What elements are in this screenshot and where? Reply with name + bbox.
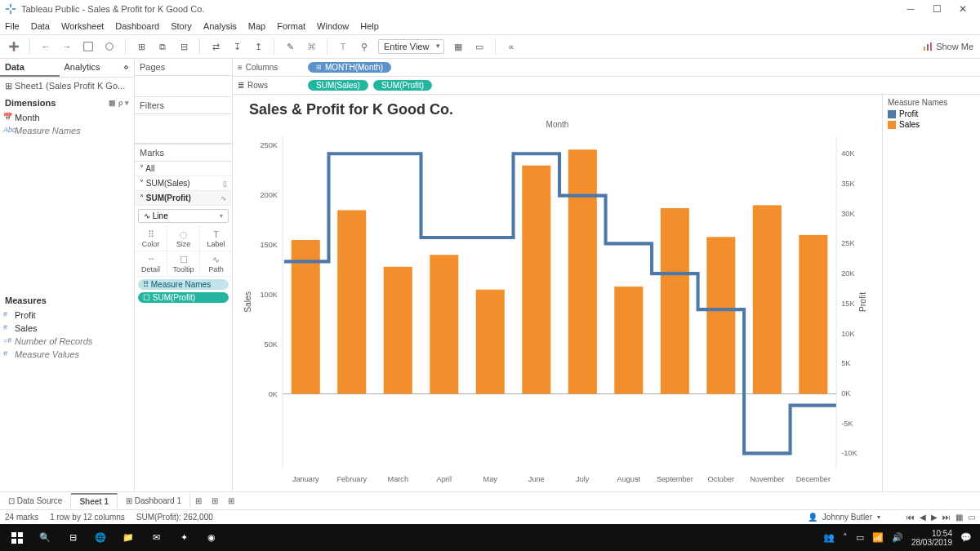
datasource-icon: ⊞ xyxy=(5,81,15,91)
view-grid-icon[interactable]: ▦ xyxy=(956,513,963,522)
data-source-item[interactable]: ⊞ Sheet1 (Sales Profit K Go... xyxy=(0,78,134,95)
marks-all[interactable]: ˅ All xyxy=(135,162,232,176)
new-data-button[interactable] xyxy=(102,39,117,54)
taskbar-edge[interactable]: 🌐 xyxy=(87,524,114,551)
cards-button[interactable]: ▭ xyxy=(472,39,487,54)
marks-path[interactable]: ∿Path xyxy=(200,251,232,277)
tab-data-source[interactable]: ⊡ Data Source xyxy=(0,494,71,508)
taskbar-mail[interactable]: ✉ xyxy=(142,524,170,551)
menu-file[interactable]: File xyxy=(5,21,20,31)
task-view-button[interactable]: ⊟ xyxy=(59,524,87,551)
notifications-icon[interactable]: 💬 xyxy=(960,532,972,543)
marks-color[interactable]: ⠿Color xyxy=(135,226,167,251)
fit-selector[interactable]: Entire View xyxy=(378,39,444,54)
marks-label[interactable]: TLabel xyxy=(200,226,232,251)
taskbar-clock[interactable]: 10:54 28/03/2019 xyxy=(911,529,952,547)
taskbar-tableau[interactable]: ✦ xyxy=(170,524,198,551)
highlight-button[interactable]: ✎ xyxy=(283,39,297,54)
people-icon[interactable]: 👥 xyxy=(823,532,835,543)
marks-size[interactable]: ◌Size xyxy=(167,226,200,251)
pill-sum-profit[interactable]: SUM(Profit) xyxy=(373,80,432,91)
field-measure-names[interactable]: AbcMeasure Names xyxy=(0,124,134,137)
data-pane-menu-icon[interactable]: ⋄ xyxy=(118,59,134,77)
new-sheet-button[interactable]: ⊞ xyxy=(134,39,149,54)
new-worksheet-button[interactable]: ⊞ xyxy=(190,496,207,505)
label-icon: T xyxy=(200,229,232,240)
marks-header: Marks xyxy=(135,144,232,162)
field-number-of-records[interactable]: =#Number of Records xyxy=(0,335,134,348)
field-measure-values[interactable]: #Measure Values xyxy=(0,348,134,361)
wifi-icon[interactable]: 📶 xyxy=(872,532,884,543)
field-month[interactable]: 📅Month xyxy=(0,111,134,124)
rows-shelf[interactable]: ≣Rows SUM(Sales) SUM(Profit) xyxy=(233,77,980,95)
taskbar-chrome[interactable]: ◉ xyxy=(198,524,225,551)
pill-month[interactable]: ⊞MONTH(Month) xyxy=(308,62,391,73)
menu-analysis[interactable]: Analysis xyxy=(203,21,237,31)
minimize-button[interactable]: ─ xyxy=(905,3,916,15)
menu-help[interactable]: Help xyxy=(360,21,379,31)
marks-pill-sum-profit[interactable]: ☐ SUM(Profit) xyxy=(138,292,229,303)
nav-prev-icon[interactable]: ◀ xyxy=(920,513,926,522)
status-user[interactable]: Johnny Butler xyxy=(822,513,872,522)
marks-detail[interactable]: ⠒Detail xyxy=(135,251,167,277)
columns-shelf[interactable]: ≡Columns ⊞MONTH(Month) xyxy=(233,59,980,77)
present-button[interactable]: ▦ xyxy=(451,39,466,54)
nav-next-icon[interactable]: ▶ xyxy=(931,513,938,522)
tableau-icon[interactable] xyxy=(7,39,21,54)
svg-rect-3 xyxy=(12,8,16,10)
measures-header: Measures xyxy=(0,292,134,309)
close-button[interactable]: ✕ xyxy=(957,3,969,15)
new-dashboard-button[interactable]: ⊞ xyxy=(207,496,223,505)
marks-sum-sales[interactable]: ˅ SUM(Sales)▯ xyxy=(135,176,232,191)
filters-shelf[interactable]: Filters xyxy=(135,97,232,114)
save-button[interactable] xyxy=(81,39,96,54)
redo-button[interactable]: → xyxy=(60,39,74,54)
field-profit[interactable]: #Profit xyxy=(0,309,134,322)
chart-title[interactable]: Sales & Profit for K Good Co. xyxy=(241,100,874,118)
menu-data[interactable]: Data xyxy=(31,21,50,31)
mark-type-selector[interactable]: ∿ Line▾ xyxy=(138,209,229,223)
new-story-button[interactable]: ⊞ xyxy=(223,496,239,505)
maximize-button[interactable]: ☐ xyxy=(931,3,942,15)
tab-data[interactable]: Data xyxy=(0,59,60,77)
view-full-icon[interactable]: ▭ xyxy=(968,513,975,522)
legend-sales[interactable]: Sales xyxy=(888,119,975,130)
menu-window[interactable]: Window xyxy=(317,21,349,31)
share-button[interactable]: ∝ xyxy=(504,39,519,54)
svg-rect-37 xyxy=(568,149,597,393)
duplicate-button[interactable]: ⧉ xyxy=(155,39,170,54)
sort-desc-button[interactable]: ↥ xyxy=(251,39,265,54)
menu-worksheet[interactable]: Worksheet xyxy=(61,21,104,31)
swap-button[interactable]: ⇄ xyxy=(208,39,223,54)
tab-dashboard1[interactable]: ⊞ Dashboard 1 xyxy=(118,494,190,508)
menu-dashboard[interactable]: Dashboard xyxy=(115,21,159,31)
taskbar-explorer[interactable]: 📁 xyxy=(114,524,142,551)
tray-chevron-icon[interactable]: ˄ xyxy=(843,532,848,543)
show-me-button[interactable]: Show Me xyxy=(923,42,973,51)
pin-button[interactable]: ⚲ xyxy=(357,39,372,54)
volume-icon[interactable]: 🔊 xyxy=(892,532,903,543)
field-sales[interactable]: #Sales xyxy=(0,322,134,335)
chart-plot[interactable]: 0K50K100K150K200K250K-10K-5K0K5K10K15K20… xyxy=(241,129,874,490)
marks-sum-profit[interactable]: ˄ SUM(Profit)∿ xyxy=(135,191,232,206)
sort-asc-button[interactable]: ↧ xyxy=(229,39,244,54)
menu-story[interactable]: Story xyxy=(171,21,192,31)
marks-tooltip[interactable]: ☐Tooltip xyxy=(167,251,200,277)
windows-taskbar: 🔍 ⊟ 🌐 📁 ✉ ✦ ◉ 👥 ˄ ▭ 📶 🔊 10:54 28/03/2019… xyxy=(0,524,980,551)
undo-button[interactable]: ← xyxy=(38,39,53,54)
clear-button[interactable]: ⊟ xyxy=(176,39,191,54)
legend-profit[interactable]: Profit xyxy=(888,109,975,119)
battery-icon[interactable]: ▭ xyxy=(856,532,864,543)
marks-pill-measure-names[interactable]: ⠿ Measure Names xyxy=(138,279,229,290)
legend-card[interactable]: Measure Names Profit Sales xyxy=(882,95,980,491)
menu-format[interactable]: Format xyxy=(277,21,305,31)
nav-last-icon[interactable]: ⏭ xyxy=(942,513,951,522)
start-button[interactable] xyxy=(3,524,31,551)
search-button[interactable]: 🔍 xyxy=(31,524,59,551)
pages-shelf[interactable]: Pages xyxy=(135,59,232,76)
menu-map[interactable]: Map xyxy=(248,21,265,31)
tab-analytics[interactable]: Analytics xyxy=(60,59,119,77)
nav-first-icon[interactable]: ⏮ xyxy=(906,513,915,522)
pill-sum-sales[interactable]: SUM(Sales) xyxy=(308,80,368,91)
tab-sheet1[interactable]: Sheet 1 xyxy=(71,493,118,509)
